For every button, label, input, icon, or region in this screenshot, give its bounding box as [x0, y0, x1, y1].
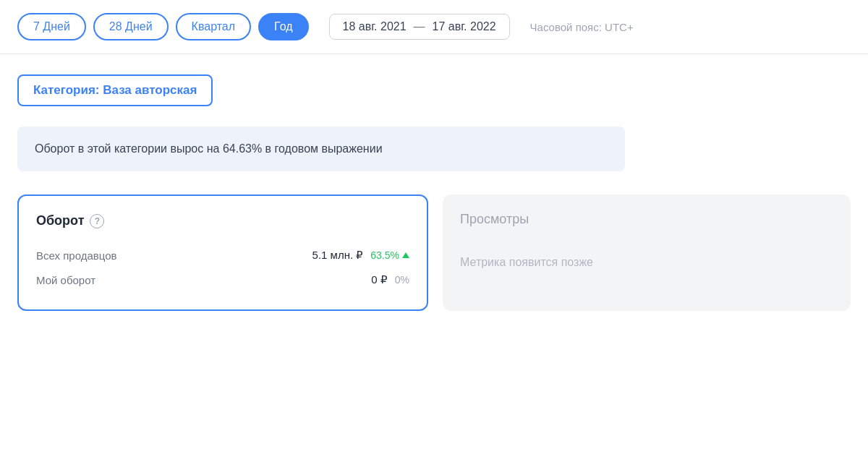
- btn-god[interactable]: Год: [258, 13, 308, 40]
- date-separator: —: [414, 20, 425, 33]
- top-bar: 7 Дней 28 Дней Квартал Год 18 авг. 2021 …: [0, 0, 868, 54]
- my-oborot-value: 0 ₽: [371, 273, 388, 286]
- date-to: 17 авг. 2022: [433, 20, 496, 33]
- card-oborot: Оборот ? Всех продавцов 5.1 млн. ₽ 63.5%…: [17, 194, 428, 311]
- card-oborot-title: Оборот ?: [36, 213, 409, 228]
- category-badge[interactable]: Категория: Ваза авторская: [17, 74, 213, 106]
- my-oborot-values: 0 ₽ 0%: [371, 273, 409, 286]
- btn-28days[interactable]: 28 Дней: [93, 13, 169, 40]
- date-range[interactable]: 18 авг. 2021 — 17 авг. 2022: [329, 14, 510, 40]
- sellers-label: Всех продавцов: [36, 249, 116, 262]
- sellers-pct: 63.5%: [370, 249, 409, 261]
- card-prosmotr: Просмотры Метрика появится позже: [443, 194, 851, 311]
- cards-row: Оборот ? Всех продавцов 5.1 млн. ₽ 63.5%…: [17, 194, 851, 311]
- sellers-values: 5.1 млн. ₽ 63.5%: [312, 249, 409, 262]
- sellers-value: 5.1 млн. ₽: [312, 249, 364, 262]
- info-banner: Оборот в этой категории вырос на 64.63% …: [17, 127, 625, 171]
- arrow-up-icon: [402, 252, 409, 258]
- oborot-title-text: Оборот: [36, 213, 84, 228]
- btn-7days[interactable]: 7 Дней: [17, 13, 86, 40]
- prosmotr-title: Просмотры: [460, 212, 833, 227]
- info-banner-text: Оборот в этой категории вырос на 64.63% …: [35, 142, 383, 155]
- category-label: Категория: Ваза авторская: [33, 83, 197, 97]
- prosmotr-no-data: Метрика появится позже: [460, 256, 833, 269]
- date-from: 18 авг. 2021: [343, 20, 407, 33]
- card-row-sellers: Всех продавцов 5.1 млн. ₽ 63.5%: [36, 243, 409, 268]
- timezone-label: Часовой пояс: UTC+: [530, 21, 634, 33]
- period-buttons: 7 Дней 28 Дней Квартал Год: [17, 13, 309, 40]
- card-row-my: Мой оборот 0 ₽ 0%: [36, 268, 409, 292]
- oborot-help-icon[interactable]: ?: [90, 214, 104, 228]
- my-oborot-pct: 0%: [395, 274, 409, 286]
- btn-kvartal[interactable]: Квартал: [176, 13, 251, 40]
- my-oborot-label: Мой оборот: [36, 274, 95, 286]
- main-content: Категория: Ваза авторская Оборот в этой …: [0, 54, 868, 331]
